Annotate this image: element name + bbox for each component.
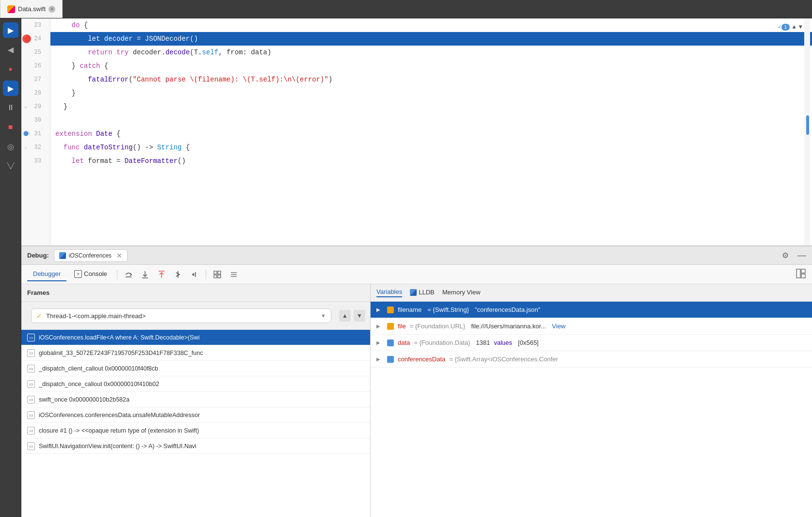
var-name-data: data <box>398 339 410 346</box>
frame-icon-4: ▭ <box>27 396 35 404</box>
thread-checkmark: ✓ <box>36 312 42 320</box>
thread-up-button[interactable]: ▲ <box>339 310 351 322</box>
code-line-30 <box>50 113 812 127</box>
code-line-32: func dateToString() -> String { <box>50 141 812 154</box>
left-sidebar: ▶ ◀ ● ▶ ⏸ ■ ◎ ╲╱ <box>0 18 21 517</box>
tab-bar: Data.swift ✕ <box>0 0 812 18</box>
line-numbers: 23 🔴 24 25 26 27 28 ⌄29 30 ⬤ ↑ <box>21 18 50 245</box>
var-type-file: = {Foundation.URL} <box>410 323 466 330</box>
debug-tab-close[interactable]: ✕ <box>116 252 122 259</box>
var-icon-conferencesdata <box>387 356 394 363</box>
memory-view-tab[interactable]: Memory View <box>442 289 481 297</box>
debug-body: Frames ✓ Thread-1-<com.apple.main-thread… <box>21 284 812 517</box>
var-values-keyword: values <box>494 339 512 346</box>
line-32: ⌄32 <box>21 141 45 154</box>
sidebar-continue-icon[interactable]: ▶ <box>3 22 18 38</box>
line-33: 33 <box>21 154 45 168</box>
continue-button[interactable] <box>171 268 185 281</box>
console-tab-button[interactable]: > Console <box>68 268 113 281</box>
var-link-file[interactable]: View <box>552 323 566 330</box>
frames-list: ▭ iOSConferences.loadFile<A where A: Swi… <box>21 330 370 517</box>
frame-item-3[interactable]: ▭ _dispatch_once_callout 0x00000010f410b… <box>21 376 370 392</box>
frame-item-1[interactable]: ▭ globalinit_33_5072E7243F7195705F253D41… <box>21 345 370 361</box>
debug-gear-button[interactable]: ⚙ <box>782 251 789 260</box>
editor-scrollbar[interactable] <box>804 18 810 245</box>
code-line-24: let decoder = JSONDecoder() <box>50 32 812 46</box>
data-swift-tab[interactable]: Data.swift ✕ <box>0 0 63 18</box>
scrollbar-thumb[interactable] <box>806 115 809 135</box>
var-name-file: file <box>398 323 406 330</box>
lldb-tab[interactable]: LLDB <box>410 289 435 297</box>
code-line-26: } catch { <box>50 59 812 73</box>
variables-tab[interactable]: Variables <box>376 288 402 297</box>
var-icon-data <box>387 339 394 346</box>
sidebar-target-icon[interactable]: ◎ <box>3 139 18 154</box>
editor-area: 23 🔴 24 25 26 27 28 ⌄29 30 ⬤ ↑ <box>21 18 812 245</box>
debug-minimize-button[interactable]: — <box>797 250 806 260</box>
debug-header: Debug: iOSConferences ✕ ⚙ — <box>21 246 812 265</box>
frame-item-4[interactable]: ▭ swift_once 0x000000010b2b582a <box>21 392 370 407</box>
thread-down-button[interactable]: ▼ <box>354 310 365 322</box>
frame-item-0[interactable]: ▭ iOSConferences.loadFile<A where A: Swi… <box>21 330 370 345</box>
svg-rect-15 <box>796 269 800 278</box>
step-out-button[interactable] <box>154 268 169 281</box>
step-over-button[interactable] <box>121 268 136 281</box>
line-26: 26 <box>21 59 45 73</box>
line-23: 23 <box>21 18 45 32</box>
debugger-tab-button[interactable]: Debugger <box>27 268 66 281</box>
editor-toolbar: ✓1 ▲ ▼ <box>778 20 802 34</box>
sidebar-tool-icon[interactable]: ╲╱ <box>3 158 18 174</box>
var-name-filename: filename <box>398 306 422 313</box>
layout-button[interactable] <box>796 268 806 281</box>
line-27: 27 <box>21 73 45 86</box>
frame-label-0: iOSConferences.loadFile<A where A: Swift… <box>39 334 199 341</box>
console-icon: > <box>74 270 82 278</box>
sidebar-breakpoints-icon[interactable]: ● <box>3 61 18 77</box>
var-item-file[interactable]: ▶ file = {Foundation.URL} file:///Users/… <box>371 318 812 335</box>
var-value-data-hex: [0x565] <box>518 339 539 346</box>
debug-tab[interactable]: iOSConferences ✕ <box>54 249 128 262</box>
main-content: ▶ ◀ ● ▶ ⏸ ■ ◎ ╲╱ 23 🔴 24 25 26 27 <box>0 18 812 517</box>
var-item-data[interactable]: ▶ data = {Foundation.Data} 1381 values [… <box>371 335 812 351</box>
var-type-data: = {Foundation.Data} <box>414 339 470 346</box>
frame-item-7[interactable]: ▭ SwiftUI.NavigationView.init(content: (… <box>21 438 370 454</box>
toolbar-separator-1 <box>117 270 117 279</box>
svg-rect-9 <box>218 271 221 274</box>
tab-close-button[interactable]: ✕ <box>49 6 55 13</box>
var-item-conferencesdata[interactable]: ▶ conferencesData = {Swift.Array<iOSConf… <box>371 351 812 368</box>
frame-label-6: closure #1 () -> <<opaque return type of… <box>39 427 199 434</box>
breakpoint-24[interactable]: 🔴 <box>22 34 31 43</box>
sidebar-pause-icon[interactable]: ⏸ <box>3 100 18 115</box>
thread-selector[interactable]: ✓ Thread-1-<com.apple.main-thread> ▼ <box>31 308 331 323</box>
frame-label-1: globalinit_33_5072E7243F7195705F253D41F7… <box>39 350 203 356</box>
svg-rect-17 <box>801 274 805 278</box>
var-value-filename: "conferencesData.json" <box>475 306 540 313</box>
frame-item-5[interactable]: ▭ iOSConferences.conferencesData.unsafeM… <box>21 407 370 423</box>
line-25: 25 <box>21 46 45 59</box>
frame-item-2[interactable]: ▭ _dispatch_client_callout 0x00000010f40… <box>21 361 370 376</box>
frame-label-3: _dispatch_once_callout 0x00000010f410b02 <box>39 381 159 388</box>
scroll-down-button[interactable]: ▼ <box>799 20 802 34</box>
sidebar-play-icon[interactable]: ▶ <box>3 81 18 96</box>
thread-dropdown-arrow: ▼ <box>321 313 326 319</box>
list-view-button[interactable] <box>227 268 241 281</box>
sidebar-stop-icon[interactable]: ■ <box>3 119 18 135</box>
scroll-up-button[interactable]: ▲ <box>793 20 796 34</box>
debugger-mode-button[interactable] <box>187 268 202 281</box>
code-line-29: } <box>50 100 812 113</box>
code-line-31: extension Date { <box>50 127 812 141</box>
frame-item-6[interactable]: ▭ closure #1 () -> <<opaque return type … <box>21 423 370 438</box>
variables-tabs: Variables LLDB Memory View <box>371 284 812 302</box>
code-line-23: do { <box>50 18 812 32</box>
line-29: ⌄29 <box>21 100 45 113</box>
code-content[interactable]: do { let decoder = JSONDecoder() return … <box>50 18 812 245</box>
var-name-conferencesdata: conferencesData <box>398 355 445 363</box>
grid-view-button[interactable] <box>210 268 225 281</box>
thread-selector-row: ✓ Thread-1-<com.apple.main-thread> ▼ ▲ ▼ <box>21 302 370 330</box>
variables-list: ▶ filename = {Swift.String} "conferences… <box>371 302 812 517</box>
var-item-filename[interactable]: ▶ filename = {Swift.String} "conferences… <box>371 302 812 318</box>
step-into-button[interactable] <box>138 268 152 281</box>
frame-icon-3: ▭ <box>27 380 35 388</box>
sidebar-back-icon[interactable]: ◀ <box>3 42 18 57</box>
debug-toolbar: Debugger > Console <box>21 265 812 284</box>
